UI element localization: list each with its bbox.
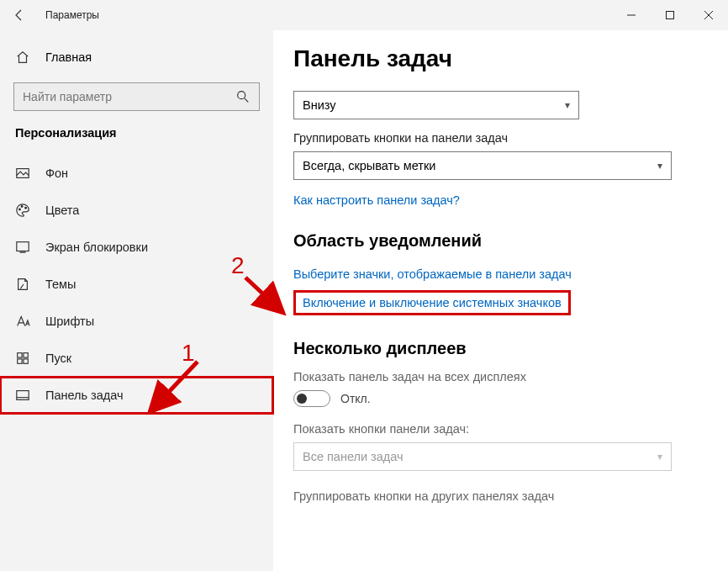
chevron-down-icon: ▾ — [565, 99, 570, 111]
home-icon — [15, 50, 30, 65]
sidebar-item-label: Панель задач — [45, 389, 124, 402]
sidebar-item-start[interactable]: Пуск — [0, 340, 273, 377]
dropdown-value: Внизу — [303, 98, 336, 112]
show-buttons-on-dropdown: Все панели задач ▾ — [293, 442, 672, 471]
palette-icon — [15, 203, 30, 218]
sidebar-item-taskbar[interactable]: Панель задач — [0, 377, 273, 414]
sidebar-item-fonts[interactable]: Шрифты — [0, 303, 273, 340]
show-on-all-toggle[interactable]: Откл. — [293, 390, 704, 407]
svg-rect-13 — [24, 359, 28, 363]
sidebar-item-lockscreen[interactable]: Экран блокировки — [0, 229, 273, 266]
sidebar-item-label: Темы — [45, 278, 76, 291]
system-icons-link[interactable]: Включение и выключение системных значков — [293, 290, 571, 315]
sidebar-item-background[interactable]: Фон — [0, 155, 273, 192]
maximize-button[interactable] — [651, 0, 689, 30]
sidebar-item-themes[interactable]: Темы — [0, 266, 273, 303]
dropdown-value: Все панели задач — [303, 450, 404, 463]
show-buttons-on-label: Показать кнопки панели задач: — [293, 422, 704, 436]
back-button[interactable] — [0, 0, 39, 30]
select-icons-link[interactable]: Выберите значки, отображаемые в панели з… — [293, 267, 572, 281]
search-input[interactable] — [23, 90, 208, 103]
search-icon — [235, 89, 251, 104]
sidebar-section-label: Персонализация — [0, 126, 273, 140]
page-title: Панель задач — [293, 45, 704, 72]
sidebar-item-label: Шрифты — [45, 315, 94, 328]
group-other-label: Группировать кнопки на других панелях за… — [293, 489, 704, 503]
chevron-down-icon: ▾ — [657, 160, 662, 172]
image-icon — [15, 166, 30, 181]
chevron-down-icon: ▾ — [657, 451, 662, 463]
help-link[interactable]: Как настроить панели задач? — [293, 193, 460, 207]
svg-rect-1 — [667, 12, 674, 19]
sidebar-item-label: Пуск — [45, 352, 71, 365]
taskbar-position-dropdown[interactable]: Внизу ▾ — [293, 91, 579, 119]
sidebar: Главная Персонализация Фон Цвета Экран б… — [0, 30, 273, 571]
window-controls — [612, 0, 728, 30]
svg-rect-14 — [17, 391, 29, 400]
toggle-pill — [293, 390, 330, 407]
window-title: Параметры — [45, 9, 99, 21]
svg-rect-9 — [19, 251, 25, 252]
group-buttons-dropdown[interactable]: Всегда, скрывать метки ▾ — [293, 151, 672, 180]
svg-point-5 — [19, 209, 21, 210]
sidebar-item-label: Фон — [45, 167, 68, 180]
svg-rect-8 — [17, 242, 29, 251]
multiple-displays-heading: Несколько дисплеев — [293, 339, 704, 358]
main-panel: Панель задач Внизу ▾ Группировать кнопки… — [273, 30, 728, 571]
svg-point-7 — [25, 207, 27, 209]
themes-icon — [15, 277, 30, 292]
svg-line-3 — [245, 98, 249, 103]
svg-point-2 — [238, 92, 245, 99]
notification-area-heading: Область уведомлений — [293, 231, 704, 251]
sidebar-item-colors[interactable]: Цвета — [0, 192, 273, 229]
svg-rect-12 — [18, 359, 22, 363]
svg-rect-11 — [24, 353, 28, 357]
start-icon — [15, 351, 30, 366]
dropdown-value: Всегда, скрывать метки — [303, 159, 435, 172]
minimize-button[interactable] — [612, 0, 651, 30]
show-on-all-label: Показать панель задач на всех дисплеях — [293, 370, 704, 383]
taskbar-icon — [15, 388, 30, 403]
sidebar-item-label: Цвета — [45, 204, 79, 217]
svg-rect-10 — [18, 353, 22, 357]
titlebar: Параметры — [0, 0, 728, 30]
sidebar-home[interactable]: Главная — [0, 40, 273, 74]
fonts-icon — [15, 314, 30, 329]
toggle-state-label: Откл. — [340, 392, 371, 405]
svg-point-6 — [21, 206, 23, 208]
sidebar-home-label: Главная — [45, 50, 92, 64]
group-buttons-label: Группировать кнопки на панели задач — [293, 131, 704, 145]
lockscreen-icon — [15, 240, 30, 255]
sidebar-item-label: Экран блокировки — [45, 241, 148, 254]
search-box[interactable] — [13, 82, 260, 111]
close-button[interactable] — [689, 0, 728, 30]
